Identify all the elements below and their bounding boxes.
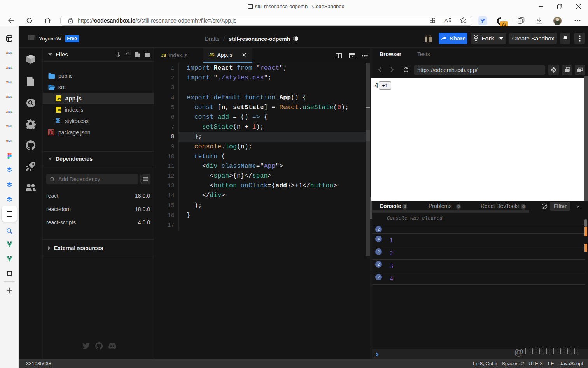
svg-text:A: A	[444, 18, 448, 23]
